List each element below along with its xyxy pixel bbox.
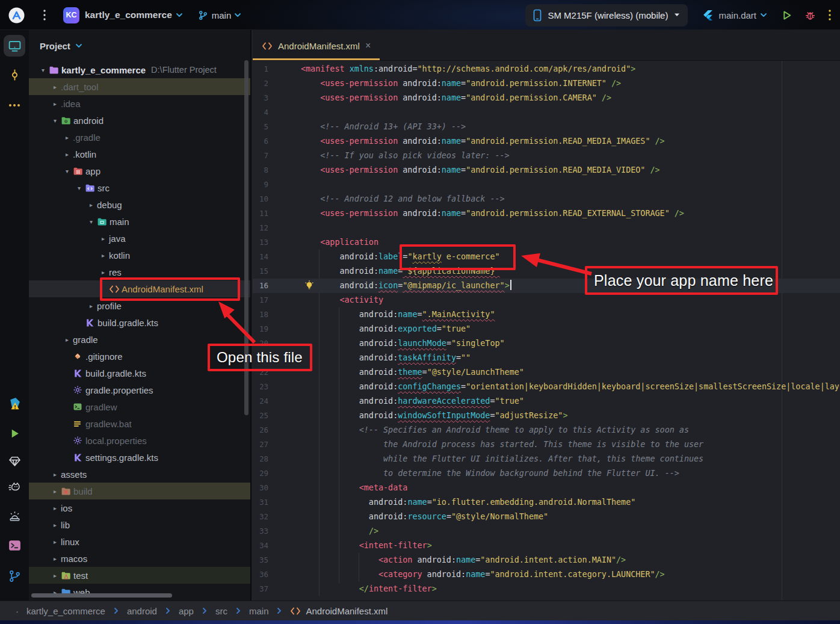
code-line-30[interactable]: 30 <meta-data [253, 481, 840, 495]
tool-dart-analysis-icon[interactable] [4, 393, 25, 415]
code-line-37[interactable]: 37 </intent-filter> [253, 582, 840, 596]
chevron-collapsed-icon[interactable]: ▸ [61, 336, 73, 343]
tree-item-build-gradle-kts[interactable]: build.gradle.kts [29, 314, 250, 331]
chevron-collapsed-icon[interactable]: ▸ [61, 134, 73, 141]
tree-item-build-gradle-kts[interactable]: build.gradle.kts [29, 365, 250, 382]
code-line-28[interactable]: 28 while the Flutter UI initializes. Aft… [253, 452, 840, 466]
tree-item-gradle[interactable]: ▸gradle [29, 331, 250, 348]
tree-item-androidmanifest-xml[interactable]: AndroidManifest.xml [29, 280, 250, 297]
chevron-expanded-icon[interactable]: ▾ [73, 185, 85, 191]
code-line-9[interactable]: 9 [253, 178, 840, 192]
code-line-1[interactable]: 1<manifest xmlns:android="http://schemas… [253, 62, 840, 76]
tool-version-control-icon[interactable] [4, 565, 25, 587]
code-line-23[interactable]: 23 android:configChanges="orientation|ke… [253, 380, 840, 394]
tree-item-res[interactable]: ▸res [29, 264, 250, 280]
project-selector[interactable]: kartly_e_commerce [79, 10, 184, 20]
tool-profiler-icon[interactable] [4, 477, 25, 499]
device-selector[interactable]: SM M215F (wireless) (mobile) [525, 4, 688, 26]
tree-item--dart-tool[interactable]: ▸.dart_tool [29, 78, 250, 95]
tree-item-macos[interactable]: ▸macos [29, 550, 250, 567]
tree-item-debug[interactable]: ▸debug [29, 196, 250, 213]
breadcrumb-item-kartly-e-commerce[interactable]: kartly_e_commerce [26, 606, 105, 616]
tree-vertical-scrollbar[interactable] [244, 60, 249, 415]
tree-item-settings-gradle-kts[interactable]: settings.gradle.kts [29, 449, 250, 466]
tree-item-gradlew[interactable]: gradlew [29, 398, 250, 415]
tool-inspector-icon[interactable] [4, 450, 25, 472]
code-line-19[interactable]: 19 android:exported="true" [253, 322, 840, 336]
code-line-18[interactable]: 18 android:name=".MainActivity" [253, 307, 840, 322]
editor-tab-androidmanifest[interactable]: AndroidManifest.xml × [253, 33, 380, 60]
chevron-collapsed-icon[interactable]: ▸ [49, 555, 61, 562]
code-line-26[interactable]: 26 <!-- Specifies an Android theme to ap… [253, 423, 840, 437]
chevron-collapsed-icon[interactable]: ▸ [97, 269, 109, 276]
tree-item-main[interactable]: ▾main [29, 213, 250, 230]
code-line-3[interactable]: 3 <uses-permission android:name="android… [253, 91, 840, 105]
code-line-6[interactable]: 6 <uses-permission android:name="android… [253, 134, 840, 149]
tree-horizontal-scrollbar[interactable] [31, 593, 172, 598]
debug-button[interactable] [804, 10, 816, 21]
code-line-13[interactable]: 13 <application [253, 235, 840, 250]
code-line-4[interactable]: 4 [253, 105, 840, 120]
tree-item-web[interactable]: ▸web [29, 584, 250, 601]
project-panel-header[interactable]: Project [29, 30, 250, 61]
code-editor[interactable]: 1<manifest xmlns:android="http://schemas… [253, 61, 840, 601]
code-line-21[interactable]: 21 android:taskAffinity="" [253, 351, 840, 365]
tool-run-icon[interactable] [4, 422, 25, 444]
tool-terminal-icon[interactable] [4, 534, 25, 556]
tree-item--kotlin[interactable]: ▸.kotlin [29, 146, 250, 162]
code-line-8[interactable]: 8 <uses-permission android:name="android… [253, 163, 840, 178]
breadcrumb-item-app[interactable]: app [179, 606, 194, 616]
code-line-10[interactable]: 10 <!-- Android 12 and below fallback --… [253, 192, 840, 206]
code-line-15[interactable]: 15 android:name="${applicationName}" [253, 264, 840, 279]
chevron-collapsed-icon[interactable]: ▸ [49, 100, 61, 107]
tree-item-linux[interactable]: ▸linux [29, 533, 250, 550]
chevron-collapsed-icon[interactable]: ▸ [61, 151, 73, 158]
ide-logo-icon[interactable] [8, 7, 25, 23]
tree-item--gitignore[interactable]: .gitignore [29, 348, 250, 365]
tool-more-windows-icon[interactable] [4, 94, 25, 116]
code-line-34[interactable]: 34 <intent-filter> [253, 539, 840, 553]
tree-item-ios[interactable]: ▸ios [29, 499, 250, 516]
chevron-collapsed-icon[interactable]: ▸ [49, 505, 61, 511]
tab-close-icon[interactable]: × [365, 41, 371, 51]
code-line-5[interactable]: 5 <!-- Android 13+ (API 33+) --> [253, 120, 840, 134]
tool-running-devices-icon[interactable] [4, 35, 25, 57]
branch-selector[interactable]: main [198, 10, 242, 20]
tool-commit-icon[interactable] [4, 64, 25, 85]
tree-item-lib[interactable]: ▸lib [29, 516, 250, 533]
code-line-24[interactable]: 24 android:hardwareAccelerated="true" [253, 394, 840, 409]
tree-item-java[interactable]: ▸java [29, 230, 250, 247]
code-line-35[interactable]: 35 <action android:name="android.intent.… [253, 553, 840, 567]
code-line-31[interactable]: 31 android:name="io.flutter.embedding.an… [253, 495, 840, 510]
tree-item-gradle-properties[interactable]: gradle.properties [29, 382, 250, 398]
breadcrumb-item-androidmanifest-xml[interactable]: AndroidManifest.xml [290, 606, 388, 616]
tool-notifications-icon[interactable] [4, 505, 25, 527]
chevron-collapsed-icon[interactable]: ▸ [49, 572, 61, 579]
code-line-12[interactable]: 12 [253, 221, 840, 235]
chevron-expanded-icon[interactable]: ▾ [85, 218, 97, 225]
tree-item-local-properties[interactable]: local.properties [29, 432, 250, 449]
code-line-36[interactable]: 36 <category android:name="android.inten… [253, 567, 840, 582]
tree-item-kotlin[interactable]: ▸kotlin [29, 247, 250, 264]
code-line-27[interactable]: 27 the Android process has started. This… [253, 437, 840, 452]
code-line-7[interactable]: 7 <!-- If you also pick videos later: --… [253, 149, 840, 163]
code-line-2[interactable]: 2 <uses-permission android:name="android… [253, 76, 840, 91]
tree-item-test[interactable]: ▸test [29, 567, 250, 584]
breadcrumb-item-src[interactable]: src [215, 606, 227, 616]
chevron-collapsed-icon[interactable]: ▸ [85, 202, 97, 208]
chevron-collapsed-icon[interactable]: ▸ [85, 303, 97, 309]
code-line-14[interactable]: 14 android:label="kartly e-commerce" [253, 250, 840, 264]
toolbar-more-kebab-icon[interactable] [828, 9, 832, 21]
code-line-32[interactable]: 32 android:resource="@style/NormalTheme" [253, 510, 840, 524]
code-line-33[interactable]: 33 /> [253, 524, 840, 539]
chevron-collapsed-icon[interactable]: ▸ [97, 235, 109, 242]
main-menu-kebab-icon[interactable] [43, 9, 46, 21]
chevron-expanded-icon[interactable]: ▾ [61, 168, 73, 175]
chevron-collapsed-icon[interactable]: ▸ [97, 252, 109, 259]
tree-item-kartly-e-commerce[interactable]: ▾kartly_e_commerceD:\Flutter Project [29, 61, 250, 78]
chevron-collapsed-icon[interactable]: ▸ [49, 522, 61, 528]
breadcrumb-item-android[interactable]: android [127, 606, 157, 616]
chevron-expanded-icon[interactable]: ▾ [49, 117, 61, 124]
chevron-collapsed-icon[interactable]: ▸ [49, 471, 61, 478]
code-line-16[interactable]: 16 android:icon="@mipmap/ic_launcher"> [253, 279, 840, 293]
